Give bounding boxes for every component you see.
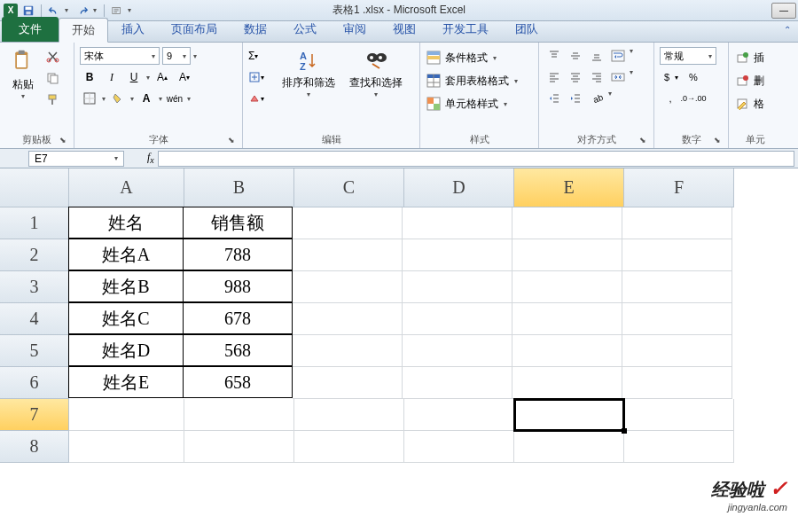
cell-D4[interactable] (403, 303, 512, 335)
cell-E8[interactable] (514, 431, 624, 463)
cell-A6[interactable]: 姓名E (68, 366, 184, 398)
formula-input[interactable] (158, 151, 794, 167)
number-format-combo[interactable]: 常规▾ (660, 47, 716, 65)
italic-button[interactable]: I (102, 68, 121, 86)
cell-D3[interactable] (403, 271, 512, 303)
cell-E7[interactable] (514, 399, 624, 431)
cell-C8[interactable] (294, 431, 404, 463)
cell-E5[interactable] (512, 335, 622, 367)
cell-E3[interactable] (512, 271, 622, 303)
cell-F2[interactable] (622, 239, 732, 271)
fill-color-button[interactable] (108, 90, 128, 107)
font-size-combo[interactable]: 9▾ (162, 47, 191, 65)
cut-icon[interactable] (44, 49, 62, 65)
cell-D7[interactable] (404, 399, 514, 431)
name-box[interactable]: E7▾ (28, 151, 124, 167)
cell-B5[interactable]: 568 (183, 334, 293, 366)
column-header-B[interactable]: B (184, 168, 294, 207)
autosum-icon[interactable]: Σ ▾ (248, 47, 271, 65)
cell-C5[interactable] (293, 335, 403, 367)
minimize-ribbon-icon[interactable]: ⌃ (784, 25, 791, 35)
borders-button[interactable] (80, 90, 99, 107)
cell-A1[interactable]: 姓名 (68, 207, 184, 239)
tab-page-layout[interactable]: 页面布局 (158, 17, 231, 42)
cell-E2[interactable] (512, 239, 622, 271)
redo-dropdown[interactable]: ▾ (93, 6, 100, 14)
row-header-4[interactable]: 4 (0, 303, 69, 335)
cell-F3[interactable] (622, 271, 732, 303)
column-header-C[interactable]: C (294, 168, 404, 207)
comma-format-icon[interactable]: , (660, 90, 681, 107)
format-painter-icon[interactable] (44, 91, 62, 107)
orientation-icon[interactable]: ab (587, 90, 606, 107)
tab-team[interactable]: 团队 (502, 17, 552, 42)
cell-F1[interactable] (622, 207, 732, 239)
cell-C2[interactable] (293, 239, 403, 271)
cell-C4[interactable] (293, 303, 403, 335)
cell-F4[interactable] (622, 303, 732, 335)
column-header-D[interactable]: D (404, 168, 514, 207)
cell-A8[interactable] (69, 431, 184, 463)
tab-developer[interactable]: 开发工具 (429, 17, 502, 42)
cell-D1[interactable] (403, 207, 512, 239)
conditional-formatting-button[interactable]: 条件格式▾ (426, 47, 533, 68)
qat-more-icon[interactable] (108, 3, 126, 19)
cell-A3[interactable]: 姓名B (68, 270, 184, 302)
column-header-E[interactable]: E (514, 168, 624, 207)
font-name-combo[interactable]: 宋体▾ (80, 47, 160, 65)
decrease-font-icon[interactable]: A▾ (175, 68, 194, 86)
row-header-8[interactable]: 8 (0, 431, 69, 463)
bold-button[interactable]: B (80, 68, 99, 86)
insert-cells-button[interactable]: 插 (734, 47, 777, 68)
alignment-launcher-icon[interactable]: ⬊ (638, 136, 648, 146)
tab-formulas[interactable]: 公式 (280, 17, 330, 42)
decrease-indent-icon[interactable] (544, 90, 564, 107)
row-header-6[interactable]: 6 (0, 367, 69, 399)
phonetic-button[interactable]: wén (165, 90, 184, 107)
row-header-2[interactable]: 2 (0, 239, 69, 271)
font-color-button[interactable]: A (137, 90, 156, 107)
row-header-5[interactable]: 5 (0, 335, 69, 367)
font-launcher-icon[interactable]: ⬊ (226, 136, 237, 146)
wrap-text-icon[interactable] (608, 47, 628, 65)
cell-B3[interactable]: 988 (183, 270, 293, 302)
row-header-3[interactable]: 3 (0, 271, 69, 303)
clear-icon[interactable]: ▾ (248, 90, 271, 107)
copy-icon[interactable] (44, 70, 62, 86)
cell-B8[interactable] (184, 431, 294, 463)
tab-home[interactable]: 开始 (59, 18, 108, 43)
cell-F7[interactable] (624, 399, 734, 431)
cell-B6[interactable]: 658 (183, 366, 293, 398)
cell-C6[interactable] (293, 367, 403, 399)
redo-icon[interactable] (74, 3, 91, 19)
qat-customize[interactable]: ▾ (128, 6, 135, 14)
percent-format-icon[interactable]: % (683, 68, 704, 86)
cell-E1[interactable] (512, 207, 622, 239)
tab-data[interactable]: 数据 (231, 17, 280, 42)
cell-C3[interactable] (293, 271, 403, 303)
select-all-corner[interactable] (0, 168, 69, 207)
save-icon[interactable] (20, 3, 37, 19)
fill-icon[interactable]: ▾ (248, 68, 271, 86)
cell-D2[interactable] (403, 239, 512, 271)
cell-B4[interactable]: 678 (183, 302, 293, 334)
minimize-button[interactable]: — (771, 3, 796, 19)
fx-icon[interactable]: fx (147, 151, 154, 165)
number-launcher-icon[interactable]: ⬊ (712, 136, 723, 146)
tab-insert[interactable]: 插入 (108, 17, 158, 42)
increase-font-icon[interactable]: A▴ (153, 68, 172, 86)
paste-button[interactable]: 粘贴 ▾ (5, 45, 41, 131)
align-bottom-icon[interactable] (587, 47, 606, 65)
align-left-icon[interactable] (544, 68, 564, 86)
cell-B7[interactable] (184, 399, 294, 431)
tab-review[interactable]: 审阅 (330, 17, 379, 42)
undo-dropdown[interactable]: ▾ (65, 6, 72, 14)
format-as-table-button[interactable]: 套用表格格式▾ (426, 70, 533, 91)
underline-button[interactable]: U (124, 68, 144, 86)
align-right-icon[interactable] (587, 68, 606, 86)
merge-cells-icon[interactable] (608, 68, 628, 86)
align-top-icon[interactable] (544, 47, 564, 65)
cell-E6[interactable] (512, 367, 622, 399)
column-header-A[interactable]: A (69, 168, 184, 207)
row-header-7[interactable]: 7 (0, 399, 69, 431)
